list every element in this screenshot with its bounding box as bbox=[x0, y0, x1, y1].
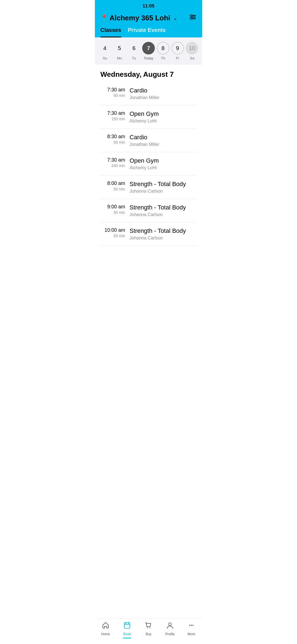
class-duration-6: 50 min bbox=[100, 234, 125, 238]
class-duration-0: 50 min bbox=[100, 93, 125, 98]
class-time-2: 8:30 am 50 min bbox=[100, 134, 125, 144]
class-time-3: 7:30 am 240 min bbox=[100, 157, 125, 168]
class-duration-3: 240 min bbox=[100, 163, 125, 168]
day-number-4: 4 bbox=[98, 42, 111, 54]
svg-point-4 bbox=[193, 16, 195, 18]
class-name-4: Strength - Total Body bbox=[130, 181, 197, 188]
class-item-6[interactable]: 10:00 am 50 min Strength - Total Body Jo… bbox=[100, 222, 197, 246]
class-name-5: Strength - Total Body bbox=[130, 204, 197, 211]
class-time-main-4: 8:00 am bbox=[100, 181, 125, 186]
location-name: Alchemy 365 Lohi bbox=[109, 14, 170, 22]
class-time-main-3: 7:30 am bbox=[100, 157, 125, 163]
class-item-0[interactable]: 7:30 am 50 min Cardio Jonathan Miller bbox=[100, 82, 197, 105]
day-number-8: 8 bbox=[157, 42, 169, 54]
tab-private-events[interactable]: Private Events bbox=[128, 27, 166, 37]
day-number-10: 10 bbox=[186, 42, 198, 54]
svg-point-3 bbox=[191, 15, 193, 16]
class-duration-1: 150 min bbox=[100, 117, 125, 121]
filter-icon[interactable] bbox=[189, 13, 197, 23]
date-heading: Wednesday, August 7 bbox=[95, 65, 202, 82]
day-label-th: Th bbox=[161, 56, 165, 60]
class-info-3: Open Gym Alchemy LoHi bbox=[130, 157, 197, 170]
class-item-5[interactable]: 9:00 am 50 min Strength - Total Body Joh… bbox=[100, 199, 197, 222]
calendar-day-fr[interactable]: 9 Fr bbox=[171, 42, 184, 60]
calendar-day-mo[interactable]: 5 Mo bbox=[113, 42, 126, 60]
class-instructor-0: Jonathan Miller bbox=[130, 95, 197, 100]
class-instructor-3: Alchemy LoHi bbox=[130, 165, 197, 170]
day-label-tu: Tu bbox=[132, 56, 136, 60]
class-info-0: Cardio Jonathan Miller bbox=[130, 87, 197, 100]
class-instructor-2: Jonathan Miller bbox=[130, 142, 197, 147]
day-label-mo: Mo bbox=[117, 56, 122, 60]
location-pin-icon: 📍 bbox=[100, 14, 108, 21]
class-duration-2: 50 min bbox=[100, 140, 125, 144]
day-number-6: 6 bbox=[128, 42, 140, 54]
class-time-main-1: 7:30 am bbox=[100, 110, 125, 116]
class-time-main-6: 10:00 am bbox=[100, 227, 125, 233]
header: 📍 Alchemy 365 Lohi ⌄ bbox=[95, 11, 202, 23]
location-row[interactable]: 📍 Alchemy 365 Lohi ⌄ bbox=[100, 14, 178, 22]
chevron-down-icon: ⌄ bbox=[173, 15, 178, 21]
class-item-4[interactable]: 8:00 am 50 min Strength - Total Body Joh… bbox=[100, 176, 197, 199]
class-item-1[interactable]: 7:30 am 150 min Open Gym Alchemy LoHi bbox=[100, 105, 197, 129]
day-label-today: Today bbox=[144, 56, 153, 60]
class-name-1: Open Gym bbox=[130, 110, 197, 118]
class-list: 7:30 am 50 min Cardio Jonathan Miller 7:… bbox=[95, 82, 202, 246]
day-number-7: 7 bbox=[142, 42, 155, 54]
class-time-1: 7:30 am 150 min bbox=[100, 110, 125, 121]
class-name-6: Strength - Total Body bbox=[130, 227, 197, 234]
class-info-2: Cardio Jonathan Miller bbox=[130, 134, 197, 147]
class-time-4: 8:00 am 50 min bbox=[100, 181, 125, 191]
status-time: 11:05 bbox=[142, 3, 154, 9]
calendar-strip: 4 Su 5 Mo 6 Tu 7 Today 8 Th 9 Fr 10 bbox=[95, 37, 202, 65]
class-info-1: Open Gym Alchemy LoHi bbox=[130, 110, 197, 124]
class-instructor-1: Alchemy LoHi bbox=[130, 119, 197, 124]
svg-point-5 bbox=[191, 18, 193, 20]
class-duration-4: 50 min bbox=[100, 187, 125, 191]
class-instructor-6: Johanna Carlson bbox=[130, 236, 197, 241]
class-info-6: Strength - Total Body Johanna Carlson bbox=[130, 227, 197, 241]
class-name-2: Cardio bbox=[130, 134, 197, 141]
class-duration-5: 50 min bbox=[100, 210, 125, 215]
class-name-0: Cardio bbox=[130, 87, 197, 94]
calendar-day-sa[interactable]: 10 Sa bbox=[186, 42, 198, 60]
calendar-day-th[interactable]: 8 Th bbox=[157, 42, 169, 60]
tabs-container: Classes Private Events bbox=[95, 23, 202, 37]
class-time-0: 7:30 am 50 min bbox=[100, 87, 125, 98]
tab-classes[interactable]: Classes bbox=[100, 27, 121, 37]
class-time-main-0: 7:30 am bbox=[100, 87, 125, 93]
class-name-3: Open Gym bbox=[130, 157, 197, 164]
class-item-2[interactable]: 8:30 am 50 min Cardio Jonathan Miller bbox=[100, 129, 197, 152]
day-number-5: 5 bbox=[113, 42, 126, 54]
class-info-4: Strength - Total Body Johanna Carlson bbox=[130, 181, 197, 194]
day-number-9: 9 bbox=[171, 42, 184, 54]
calendar-day-tu[interactable]: 6 Tu bbox=[128, 42, 140, 60]
class-item-3[interactable]: 7:30 am 240 min Open Gym Alchemy LoHi bbox=[100, 152, 197, 176]
class-time-main-5: 9:00 am bbox=[100, 204, 125, 210]
class-instructor-5: Johanna Carlson bbox=[130, 212, 197, 217]
class-instructor-4: Johanna Carlson bbox=[130, 189, 197, 194]
class-time-main-2: 8:30 am bbox=[100, 134, 125, 140]
day-label-fr: Fr bbox=[176, 56, 179, 60]
status-bar: 11:05 bbox=[95, 0, 202, 11]
class-time-5: 9:00 am 50 min bbox=[100, 204, 125, 215]
day-label-sa: Sa bbox=[190, 56, 194, 60]
calendar-day-today[interactable]: 7 Today bbox=[142, 42, 155, 60]
class-time-6: 10:00 am 50 min bbox=[100, 227, 125, 238]
day-label-su: Su bbox=[103, 56, 107, 60]
calendar-day-su[interactable]: 4 Su bbox=[98, 42, 111, 60]
class-info-5: Strength - Total Body Johanna Carlson bbox=[130, 204, 197, 217]
